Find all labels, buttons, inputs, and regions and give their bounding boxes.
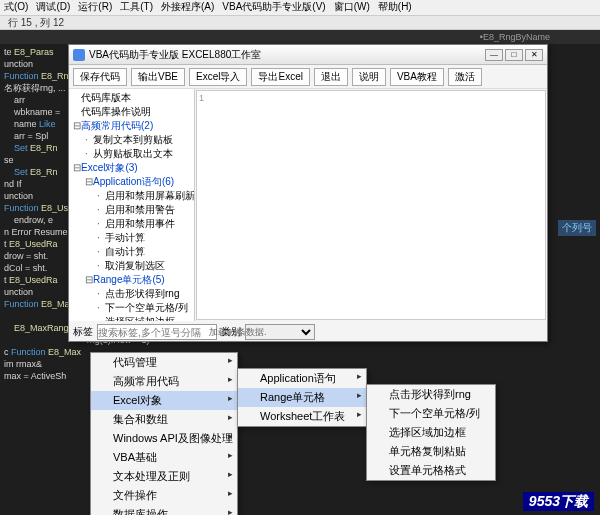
menu-item[interactable]: 设置单元格格式 (367, 461, 495, 480)
editor-tabs: • E8_RngByName (0, 30, 600, 44)
main-menu[interactable]: 式(O) 调试(D) 运行(R) 工具(T) 外接程序(A) VBA代码助手专业… (0, 0, 600, 16)
menu-item[interactable]: Windows API及图像处理 (91, 429, 237, 448)
vba-tutorial-button[interactable]: VBA教程 (390, 68, 444, 86)
output-vbe-button[interactable]: 输出VBE (131, 68, 185, 86)
menu-format[interactable]: 式(O) (4, 0, 28, 15)
tree-node[interactable]: ·启用和禁用事件 (71, 217, 192, 231)
menu-debug[interactable]: 调试(D) (36, 0, 70, 15)
export-excel-button[interactable]: 导出Excel (251, 68, 309, 86)
menu-tools[interactable]: 工具(T) (120, 0, 153, 15)
fold-marker: 个列号 (558, 220, 596, 236)
dialog-title: VBA代码助手专业版 EXCEL880工作室 (89, 48, 261, 62)
tree-node[interactable]: ·复制文本到剪贴板 (71, 133, 192, 147)
dialog-titlebar[interactable]: VBA代码助手专业版 EXCEL880工作室 — □ ✕ (69, 45, 547, 65)
menu-item[interactable]: 高频常用代码 (91, 372, 237, 391)
tree-node[interactable]: ·点击形状得到rng (71, 287, 192, 301)
context-menu-1[interactable]: 代码管理高频常用代码Excel对象集合和数组Windows API及图像处理VB… (90, 352, 238, 515)
context-menu-2[interactable]: Application语句Range单元格Worksheet工作表 (237, 368, 367, 427)
menu-item[interactable]: 集合和数组 (91, 410, 237, 429)
help-button[interactable]: 说明 (352, 68, 386, 86)
activate-button[interactable]: 激活 (448, 68, 482, 86)
menu-item[interactable]: 单元格复制粘贴 (367, 442, 495, 461)
vba-helper-dialog: VBA代码助手专业版 EXCEL880工作室 — □ ✕ 保存代码 输出VBE … (68, 44, 548, 342)
tree-node[interactable]: ·手动计算 (71, 231, 192, 245)
tree-node[interactable]: ·启用和禁用警告 (71, 203, 192, 217)
menu-run[interactable]: 运行(R) (78, 0, 112, 15)
menu-item[interactable]: 下一个空单元格/列 (367, 404, 495, 423)
line-number: 1 (199, 93, 204, 103)
menu-item[interactable]: Range单元格 (238, 388, 366, 407)
menu-vba-helper[interactable]: VBA代码助手专业版(V) (222, 0, 325, 15)
tag-label: 标签 (73, 325, 93, 339)
tag-search-input[interactable] (97, 324, 217, 340)
menu-window[interactable]: 窗口(W) (334, 0, 370, 15)
load-status: 加载92条数据. (209, 326, 267, 339)
menu-item[interactable]: VBA基础 (91, 448, 237, 467)
tree-node[interactable]: ⊟Range单元格(5) (71, 273, 192, 287)
app-icon (73, 49, 85, 61)
minimize-button[interactable]: — (485, 49, 503, 61)
tree-node[interactable]: ⊟Excel对象(3) (71, 161, 192, 175)
tree-node[interactable]: ·取消复制选区 (71, 259, 192, 273)
tree-node[interactable]: 代码库操作说明 (71, 105, 192, 119)
menu-item[interactable]: Application语句 (238, 369, 366, 388)
menu-item[interactable]: Excel对象 (91, 391, 237, 410)
tree-node[interactable]: ·启用和禁用屏幕刷新 (71, 189, 192, 203)
menu-item[interactable]: 数据库操作 (91, 505, 237, 515)
context-menu-3[interactable]: 点击形状得到rng下一个空单元格/列选择区域加边框单元格复制粘贴设置单元格格式 (366, 384, 496, 481)
menu-addins[interactable]: 外接程序(A) (161, 0, 214, 15)
menu-help[interactable]: 帮助(H) (378, 0, 412, 15)
close-button[interactable]: ✕ (525, 49, 543, 61)
excel-import-button[interactable]: Excel导入 (189, 68, 247, 86)
watermark-text: 9553下载 (523, 491, 594, 511)
menu-item[interactable]: 点击形状得到rng (367, 385, 495, 404)
tree-node[interactable]: ·选择区域加边框 (71, 315, 192, 321)
cursor-status: 行 15 , 列 12 (0, 16, 600, 30)
code-preview[interactable]: 1 (196, 90, 546, 320)
cursor-pos: 行 15 , 列 12 (8, 16, 64, 30)
code-tree[interactable]: 代码库版本代码库操作说明⊟高频常用代码(2)·复制文本到剪贴板·从剪贴板取出文本… (69, 89, 195, 321)
menu-item[interactable]: Worksheet工作表 (238, 407, 366, 426)
menu-item[interactable]: 选择区域加边框 (367, 423, 495, 442)
maximize-button[interactable]: □ (505, 49, 523, 61)
menu-item[interactable]: 代码管理 (91, 353, 237, 372)
tree-node[interactable]: ·下一个空单元格/列 (71, 301, 192, 315)
dialog-toolbar: 保存代码 输出VBE Excel导入 导出Excel 退出 说明 VBA教程 激… (69, 65, 547, 89)
save-code-button[interactable]: 保存代码 (73, 68, 127, 86)
tree-node[interactable]: 代码库版本 (71, 91, 192, 105)
dialog-footer: 标签 类别 (69, 321, 547, 343)
tree-node[interactable]: ·自动计算 (71, 245, 192, 259)
tab-name[interactable]: E8_RngByName (483, 32, 550, 42)
menu-item[interactable]: 文本处理及正则 (91, 467, 237, 486)
tree-node[interactable]: ·从剪贴板取出文本 (71, 147, 192, 161)
watermark-badge: 9553下载 (523, 492, 594, 511)
exit-button[interactable]: 退出 (314, 68, 348, 86)
tree-node[interactable]: ⊟Application语句(6) (71, 175, 192, 189)
menu-item[interactable]: 文件操作 (91, 486, 237, 505)
tree-node[interactable]: ⊟高频常用代码(2) (71, 119, 192, 133)
